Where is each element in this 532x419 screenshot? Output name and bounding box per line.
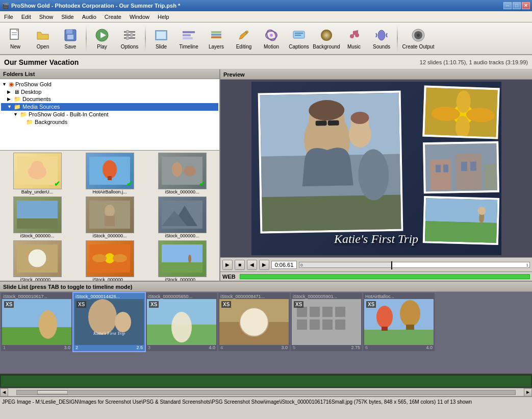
sounds-button[interactable]: Sounds (368, 23, 395, 53)
svg-point-109 (240, 308, 268, 336)
slide-xs-icon-4: XS (221, 301, 231, 308)
slide-title-6: HotAirBalloc... (364, 294, 434, 299)
motion-button[interactable]: Motion (258, 23, 285, 53)
editing-button[interactable]: Editing (231, 23, 257, 53)
slide-info: 12 slides (1:10.75), 1 audio tracks (3:1… (420, 59, 528, 65)
svg-point-39 (31, 161, 43, 171)
h-scrollbar: ◀ ▶ (0, 388, 532, 396)
thumbnail-9[interactable]: iStock_000000... (147, 240, 217, 281)
folder-proshow[interactable]: ▼ ◉ ProShow Gold (1, 80, 218, 88)
slide-item-6[interactable]: HotAirBalloc... XS 6 4.0 (363, 293, 435, 351)
thumbnail-1[interactable]: ✔ Baby_underU... (2, 153, 72, 194)
layers-button[interactable]: Layers (203, 23, 230, 53)
maximize-button[interactable]: □ (513, 2, 521, 9)
svg-point-101 (93, 300, 112, 318)
scroll-left-arrow[interactable]: ◀ (0, 388, 8, 397)
captions-button[interactable]: Captions (286, 23, 312, 53)
svg-rect-69 (327, 120, 339, 126)
menu-window[interactable]: Window (125, 13, 154, 21)
svg-rect-118 (335, 319, 345, 330)
slide-title-1: iStock_0000010617... (2, 294, 71, 299)
timeline-button[interactable]: Timeline (175, 23, 202, 53)
svg-rect-6 (67, 35, 73, 39)
folder-backgrounds[interactable]: 📁 Backgrounds (1, 118, 218, 126)
slide-title-2: iStock_0000014426... (74, 294, 144, 299)
slide-list[interactable]: iStock_0000010617... XS 1 3.0 iStock_000… (0, 292, 532, 374)
svg-rect-43 (162, 157, 202, 185)
minimize-button[interactable]: ─ (503, 2, 512, 9)
status-bar: JPEG Image - M:\Leslie_DESIGN\Images for… (0, 396, 532, 406)
play-button[interactable]: Play (89, 23, 115, 53)
svg-rect-11 (124, 34, 135, 36)
thumbnail-8[interactable]: iStock_000000... (74, 240, 145, 281)
web-label: WEB (222, 274, 238, 280)
scroll-right-arrow[interactable]: ▶ (524, 388, 532, 397)
slide-thumb-1: XS (2, 299, 71, 345)
svg-point-59 (113, 254, 127, 262)
svg-point-14 (126, 37, 129, 40)
svg-rect-60 (162, 244, 202, 262)
svg-point-36 (417, 34, 420, 37)
scroll-track[interactable] (16, 390, 516, 395)
menu-audio[interactable]: Audio (78, 13, 100, 21)
save-button[interactable]: Save (57, 23, 84, 53)
thumbnail-6[interactable]: iStock_000000... (147, 196, 217, 238)
backgrounds-icon: 📁 (26, 119, 33, 126)
slide-thumb-4: XS (219, 299, 289, 345)
thumbnail-3[interactable]: ✔ iStock_000000... (147, 153, 217, 194)
slide-dur-3: 4.0 (209, 345, 215, 350)
svg-rect-73 (262, 194, 403, 233)
menu-create[interactable]: Create (100, 13, 125, 21)
sep2 (145, 26, 146, 51)
thumbnail-4[interactable]: iStock_000000... (2, 196, 72, 238)
folder-tree[interactable]: ▼ ◉ ProShow Gold ▶ 🖥 Desktop ▶ 📁 Documen… (0, 79, 219, 151)
stop-ctrl-button[interactable]: ■ (235, 260, 245, 270)
slide-item-4[interactable]: iStock_0000008471... XS 4 3.0 (218, 293, 290, 351)
music-button[interactable]: Music (341, 23, 367, 53)
create-output-button[interactable]: Create Output (400, 23, 437, 53)
svg-rect-111 (297, 307, 307, 317)
prev-ctrl-button[interactable]: ◀ (247, 260, 257, 270)
options-label: Options (121, 44, 138, 50)
svg-rect-61 (162, 262, 202, 273)
slide-button[interactable]: Slide (148, 23, 174, 53)
folder-backgrounds-label: Backgrounds (35, 119, 67, 125)
thumb-label-2: HotAirBalloon.j... (92, 189, 126, 194)
menu-show[interactable]: Show (35, 13, 58, 21)
folder-builtin[interactable]: ▼ 📁 ProShow Gold - Built-In Content (1, 111, 218, 118)
folder-documents[interactable]: ▶ 📁 Documents (1, 95, 218, 103)
menu-help[interactable]: Help (154, 13, 173, 21)
small-photo-1 (422, 85, 499, 139)
svg-rect-50 (105, 216, 115, 226)
progress-bar[interactable]: 0 1 (299, 262, 530, 268)
menu-slide[interactable]: Slide (57, 13, 78, 21)
menu-edit[interactable]: Edit (17, 13, 35, 21)
expand-icon4: ▼ (7, 104, 12, 109)
create-output-icon (410, 27, 426, 43)
slide-thumb-2: Katie's First Trip XS (74, 299, 144, 345)
thumbnail-5[interactable]: iStock_000000... (74, 196, 145, 238)
thumb-img-2: ✔ (86, 153, 134, 189)
new-button[interactable]: New (2, 23, 29, 53)
options-button[interactable]: Options (116, 23, 143, 53)
background-button[interactable]: Background (313, 23, 340, 53)
menu-file[interactable]: File (0, 13, 17, 21)
slide-item-5[interactable]: iStock_0000005901... XS 5 2.75 (291, 293, 362, 351)
play-ctrl-button[interactable]: ▶ (222, 260, 233, 270)
slide-item-1[interactable]: iStock_0000010617... XS 1 3.0 (1, 293, 72, 351)
svg-rect-86 (461, 162, 467, 171)
next-ctrl-button[interactable]: ▶ (259, 260, 269, 270)
folder-desktop[interactable]: ▶ 🖥 Desktop (1, 88, 218, 95)
folder-media-sources[interactable]: ▼ 📁 Media Sources (1, 103, 218, 111)
slide-item-3[interactable]: iStock_0000005650... XS 3 4.0 (146, 293, 217, 351)
thumb-label-6: iStock_000000... (165, 233, 199, 238)
title-bar: 🎬 ProShow Gold - Photodex Corporation - … (0, 0, 532, 11)
scroll-thumb[interactable] (37, 390, 68, 395)
open-button[interactable]: Open (30, 23, 56, 53)
thumbnail-7[interactable]: iStock_000000... (2, 240, 72, 281)
thumbnail-area[interactable]: ✔ Baby_underU... ✔ HotAirBalloon.j... (0, 151, 219, 281)
open-icon (35, 27, 51, 43)
thumbnail-2[interactable]: ✔ HotAirBalloon.j... (74, 153, 145, 194)
close-button[interactable]: ✕ (522, 2, 530, 9)
slide-item-2[interactable]: iStock_0000014426... Katie's First Trip … (73, 293, 145, 351)
